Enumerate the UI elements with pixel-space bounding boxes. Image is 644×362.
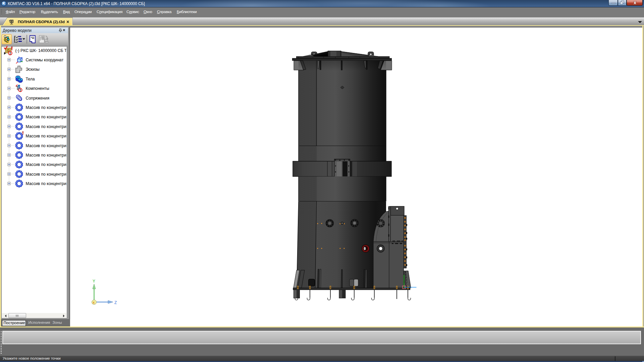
svg-text:(-) РКС ШК- 14000000 СБ Технол: (-) РКС ШК- 14000000 СБ Технолог [15,48,66,53]
svg-text:Массив по концентрической сетк: Массив по концентрической сетке [25,115,66,119]
svg-text:Y: Y [93,279,95,284]
svg-text:Массив по концентрической сетк: Массив по концентрической сетке [25,172,66,177]
svg-text:Массив по концентрической сетк: Массив по концентрической сетке [25,124,66,129]
svg-text:ПОЛНАЯ СБОРКА (2).t3d: ПОЛНАЯ СБОРКА (2).t3d [18,19,65,24]
svg-text:Сопряжения: Сопряжения [25,96,49,101]
svg-text:Тела: Тела [25,77,35,81]
svg-text:Массив по концентрической сетк: Массив по концентрической сетке [25,143,66,148]
svg-text:Эскизы: Эскизы [25,67,39,72]
svg-text:×: × [66,19,69,24]
svg-text:Компоненты: Компоненты [25,86,49,91]
svg-text:Массив по концентрической сетк: Массив по концентрической сетке [25,162,66,167]
svg-text:X: X [93,301,95,304]
svg-text:Z: Z [114,300,117,305]
svg-text:Массив по концентрической сетк: Массив по концентрической сетке [25,134,66,138]
svg-text:Массив по концентрической сетк: Массив по концентрической сетке [25,153,66,158]
svg-text:Массив по концентрической сетк: Массив по концентрической сетке [25,105,66,110]
svg-text:Системы координат: Системы координат [25,58,63,62]
svg-text:Массив по концентрической сетк: Массив по концентрической сетке [25,181,66,186]
